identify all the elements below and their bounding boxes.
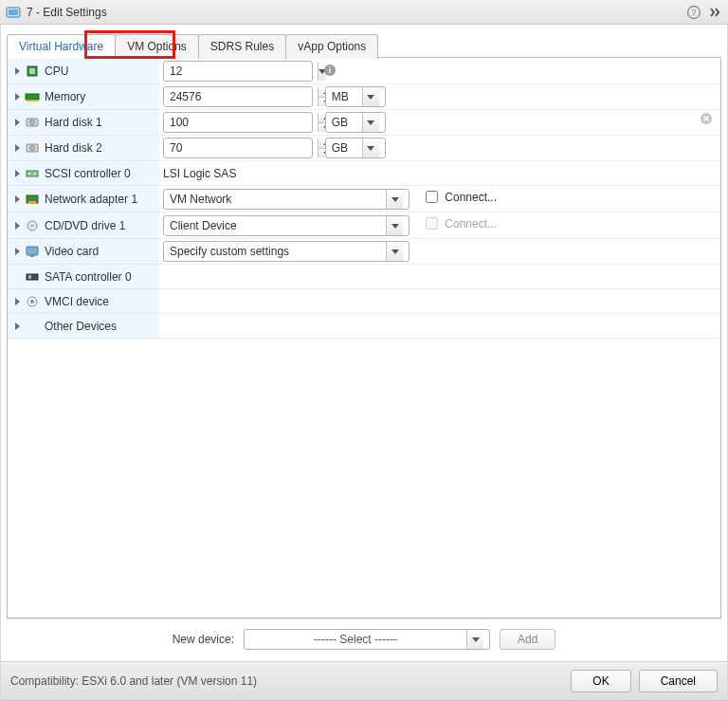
- window-title: 7 - Edit Settings: [27, 6, 107, 19]
- expand-icon[interactable]: [15, 93, 20, 101]
- svg-rect-25: [28, 275, 31, 279]
- hd2-unit-dropdown[interactable]: [325, 138, 386, 158]
- vmci-device-icon: [25, 295, 40, 308]
- svg-rect-23: [30, 255, 34, 257]
- expand-icon[interactable]: [15, 298, 20, 305]
- row-label-video: Video card: [45, 245, 99, 258]
- expand-icon[interactable]: [15, 67, 20, 75]
- cd1-device-dropdown[interactable]: [163, 215, 410, 236]
- net1-network-dropdown[interactable]: [163, 189, 410, 210]
- svg-rect-22: [27, 247, 38, 255]
- dropdown-button[interactable]: [362, 113, 379, 132]
- hd2-size-spinner[interactable]: [163, 138, 313, 158]
- expand-icon[interactable]: [15, 195, 20, 203]
- expand-icon[interactable]: [15, 248, 20, 255]
- hard-disk-icon: [25, 116, 40, 129]
- video-card-icon: [25, 245, 40, 258]
- tab-virtual-hardware[interactable]: Virtual Hardware: [7, 34, 116, 59]
- expand-icon[interactable]: [15, 170, 20, 177]
- row-label-sata0: SATA controller 0: [45, 270, 132, 284]
- edit-settings-dialog: 7 - Edit Settings ? Virtual Hardware VM …: [0, 0, 728, 701]
- cancel-button[interactable]: Cancel: [639, 670, 718, 692]
- info-icon[interactable]: i: [323, 66, 337, 80]
- svg-rect-1: [9, 9, 18, 15]
- svg-rect-9: [27, 100, 38, 101]
- svg-rect-24: [27, 274, 38, 280]
- svg-rect-19: [28, 201, 36, 204]
- hard-disk-icon: [25, 141, 40, 155]
- tab-vapp-options[interactable]: vApp Options: [285, 34, 378, 59]
- help-icon[interactable]: ?: [686, 5, 701, 20]
- ok-button[interactable]: OK: [571, 670, 630, 692]
- svg-point-11: [30, 120, 35, 125]
- dialog-body: Virtual Hardware VM Options SDRS Rules v…: [0, 25, 728, 661]
- cd1-device-input[interactable]: [164, 216, 386, 235]
- dialog-footer: Compatibility: ESXi 6.0 and later (VM ve…: [0, 661, 728, 701]
- hd2-unit-input[interactable]: [326, 138, 362, 157]
- svg-point-21: [31, 224, 34, 227]
- hd1-size-input[interactable]: [164, 113, 318, 132]
- dropdown-button[interactable]: [386, 190, 403, 209]
- svg-point-17: [34, 173, 36, 175]
- dropdown-button[interactable]: [386, 242, 403, 261]
- svg-text:?: ?: [691, 8, 696, 17]
- dropdown-button[interactable]: [362, 138, 379, 157]
- vm-icon: [6, 5, 21, 20]
- new-device-bar: New device: Add: [7, 618, 721, 661]
- row-label-scsi: SCSI controller 0: [45, 167, 131, 180]
- expand-icon[interactable]: [707, 5, 722, 20]
- svg-point-27: [30, 300, 34, 304]
- svg-rect-15: [27, 171, 38, 176]
- scsi-controller-icon: [25, 167, 40, 180]
- hd1-size-spinner[interactable]: [163, 112, 313, 133]
- video-settings-input[interactable]: [164, 242, 386, 261]
- expand-icon[interactable]: [15, 222, 20, 230]
- cd-drive-icon: [25, 219, 40, 232]
- svg-text:i: i: [329, 65, 332, 75]
- expand-icon[interactable]: [15, 119, 20, 126]
- memory-unit-input[interactable]: [326, 87, 362, 106]
- cd1-connect-checkbox: Connect...: [422, 214, 497, 232]
- network-adapter-icon: [25, 193, 40, 206]
- dropdown-button[interactable]: [362, 87, 379, 106]
- expand-icon[interactable]: [15, 323, 20, 330]
- settings-grid: CPU i: [7, 59, 721, 618]
- dropdown-button[interactable]: [386, 216, 403, 235]
- video-settings-dropdown[interactable]: [163, 241, 410, 262]
- svg-rect-8: [26, 94, 39, 100]
- add-button: Add: [500, 629, 555, 650]
- tab-vm-options[interactable]: VM Options: [115, 34, 199, 59]
- svg-point-14: [30, 146, 35, 151]
- row-label-hd2: Hard disk 2: [45, 141, 102, 155]
- row-label-cd1: CD/DVD drive 1: [45, 219, 125, 232]
- memory-size-spinner[interactable]: [163, 86, 313, 107]
- row-label-cpu: CPU: [45, 65, 68, 78]
- row-label-net1: Network adapter 1: [45, 193, 137, 206]
- new-device-input[interactable]: [245, 630, 466, 649]
- cd1-connect-label: Connect...: [445, 217, 497, 231]
- svg-rect-5: [29, 68, 35, 74]
- cpu-icon: [25, 65, 40, 78]
- tab-sdrs-rules[interactable]: SDRS Rules: [198, 34, 286, 59]
- sata-controller-icon: [25, 270, 40, 284]
- memory-unit-dropdown[interactable]: [325, 86, 386, 107]
- row-label-other: Other Devices: [45, 320, 117, 333]
- hd1-unit-input[interactable]: [326, 113, 362, 132]
- net1-network-input[interactable]: [164, 190, 386, 209]
- net1-connect-checkbox[interactable]: Connect...: [422, 188, 497, 206]
- new-device-dropdown[interactable]: [244, 629, 490, 650]
- tab-bar: Virtual Hardware VM Options SDRS Rules v…: [1, 25, 727, 59]
- svg-point-16: [28, 173, 30, 175]
- dropdown-button[interactable]: [466, 630, 483, 649]
- expand-icon[interactable]: [15, 144, 20, 152]
- row-label-hd1: Hard disk 1: [45, 116, 102, 129]
- hd2-size-input[interactable]: [164, 138, 318, 157]
- cpu-count-dropdown[interactable]: [163, 61, 313, 82]
- hd1-unit-dropdown[interactable]: [325, 112, 386, 133]
- remove-hd1-icon[interactable]: [700, 112, 713, 128]
- memory-size-input[interactable]: [164, 87, 318, 106]
- memory-icon: [25, 90, 40, 103]
- row-label-memory: Memory: [45, 90, 85, 103]
- new-device-label: New device:: [173, 633, 234, 646]
- cpu-count-input[interactable]: [164, 62, 318, 81]
